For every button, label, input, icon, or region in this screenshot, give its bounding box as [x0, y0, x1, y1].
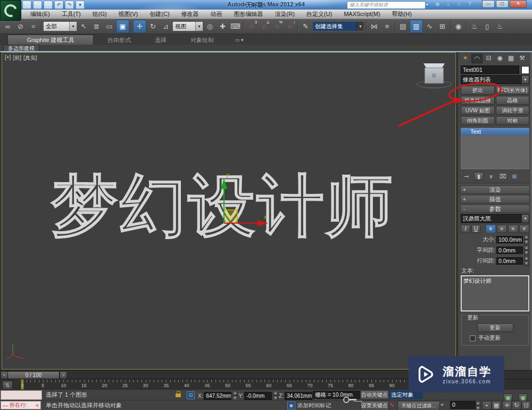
ref-coord-dropdown[interactable]: 视图▼ [172, 21, 203, 31]
bevel-profile-button[interactable]: 倒角剖面 [461, 116, 495, 125]
selection-lock-icon[interactable] [176, 393, 181, 397]
current-frame-field[interactable]: 0 [450, 401, 478, 409]
align-center-button[interactable]: ≡ [497, 225, 507, 233]
spline-select-button[interactable]: 样条线选择 [461, 96, 495, 105]
select-move-icon[interactable]: ✛ [133, 20, 146, 33]
maximize-viewport-icon[interactable]: ⊡ [521, 401, 531, 410]
snap-toggle-icon[interactable]: ∩3 [245, 20, 257, 32]
param-field-2[interactable]: 0.0mm [496, 257, 523, 265]
window-crossing-icon[interactable]: ▣ [116, 20, 129, 33]
menu-item-9[interactable]: 自定义(U) [301, 10, 338, 19]
lattice-button[interactable]: 晶格 [496, 96, 530, 105]
hierarchy-tab-icon[interactable]: ⊟ [484, 54, 494, 62]
font-dropdown[interactable]: 汉鼎简大黑 ▼ [461, 214, 529, 223]
create-tab-icon[interactable]: ✶ [460, 54, 470, 62]
communication-center-icon[interactable]: ♁ [445, 1, 452, 8]
set-keys-key-icon[interactable] [343, 397, 357, 402]
scene-outline-text[interactable]: 梦幻设计师 [51, 168, 394, 243]
align-icon[interactable]: ≡ [381, 20, 393, 32]
frame-spinner[interactable]: ▲▼ [476, 401, 480, 410]
coord-field-0[interactable]: 647.52mm [204, 392, 231, 400]
menu-item-4[interactable]: 创建(C) [144, 10, 175, 19]
select-object-icon[interactable]: ↖ [78, 20, 90, 32]
quick-access-overflow-icon[interactable]: ▾ [76, 1, 85, 9]
mini-curve-editor-button[interactable]: ⇅ [2, 381, 13, 390]
listener-scroll-arrow[interactable]: < [36, 403, 39, 408]
angle-snap-icon[interactable]: ∩∠ [258, 20, 270, 32]
auto-key-button[interactable]: 自动关键点 [360, 390, 389, 400]
viewport-menu-general[interactable]: [+] [5, 54, 11, 62]
new-key-curve-icon[interactable]: ∿ [389, 401, 394, 408]
show-end-result-icon[interactable]: ▮ [474, 172, 484, 181]
time-slider-handle[interactable]: 0 / 100 [7, 371, 60, 379]
viewcube[interactable]: 前 [420, 63, 450, 91]
named-selection-sets-icon[interactable]: ✎ [300, 20, 312, 32]
close-button[interactable]: ✕ [510, 0, 527, 8]
ribbon-tab-3[interactable]: 对象绘制 [177, 35, 228, 45]
next-frame-button[interactable]: > [60, 371, 67, 379]
search-binoculars-icon[interactable]: ⌖ [423, 1, 430, 8]
spinner-snap-icon[interactable]: ∩↕ [284, 20, 296, 32]
menu-item-6[interactable]: 动画 [205, 10, 228, 19]
minimize-button[interactable]: — [482, 0, 495, 8]
go-to-start-button[interactable]: « [440, 401, 444, 407]
new-file-icon[interactable] [22, 1, 31, 9]
viewcube-front-face[interactable]: 前 [425, 68, 444, 84]
param-spinner-2[interactable]: ▲▼ [524, 256, 529, 266]
open-file-icon[interactable] [33, 1, 42, 9]
selection-filter-dropdown[interactable]: 全部▼ [43, 21, 77, 31]
gizmo-xy-plane-handle[interactable] [224, 210, 237, 223]
add-time-tag[interactable]: 添加时间标记 [297, 400, 331, 410]
zoom-region-icon[interactable]: ▦ [492, 401, 501, 410]
viewport-menu-view[interactable]: [前] [13, 54, 21, 62]
material-editor-icon[interactable]: ◉ [452, 20, 464, 32]
wrench-icon[interactable]: ⚙ [434, 1, 441, 8]
remove-modifier-icon[interactable]: ⌧ [498, 173, 507, 180]
modifier-list-dropdown[interactable]: 修改器列表 ▼ [461, 75, 529, 84]
menu-item-7[interactable]: 图形编辑器 [228, 10, 269, 19]
mirror-icon[interactable]: ⋈ [368, 20, 380, 32]
pin-stack-icon[interactable]: ⊸ [462, 173, 471, 180]
render-production-icon[interactable]: ♨ [494, 20, 506, 32]
param-spinner-1[interactable]: ▲▼ [524, 245, 529, 255]
undo-icon[interactable]: ↶ [54, 1, 63, 9]
object-color-swatch[interactable] [521, 66, 529, 74]
turbosmooth-button[interactable]: 涡轮平滑 [496, 106, 530, 115]
ribbon-tab-0[interactable]: Graphite 建模工具 [7, 35, 94, 45]
coord-spinner-0[interactable]: ▲▼ [232, 391, 237, 400]
italic-button[interactable]: I [461, 225, 470, 233]
make-unique-icon[interactable]: ∨ [487, 173, 495, 180]
redo-icon[interactable]: ↷ [65, 1, 74, 9]
extrude-button[interactable]: 挤出 [461, 86, 495, 95]
menu-item-0[interactable]: 编辑(E) [24, 10, 56, 19]
maximize-button[interactable]: ▢ [496, 0, 509, 8]
rollout-interpolation[interactable]: +插值 [460, 195, 530, 203]
bind-to-space-warp-icon[interactable]: ≈ [27, 20, 39, 32]
render-setup-icon[interactable]: ♨ [468, 20, 480, 32]
ribbon-overflow-icon[interactable]: ▭ ▾ [235, 35, 244, 45]
absolute-mode-icon[interactable]: ⊡ [187, 391, 195, 399]
modify-tab-icon[interactable]: ◠ [471, 54, 483, 63]
param-spinner-0[interactable]: ▲▼ [524, 235, 529, 244]
stack-item-text[interactable]: Text [461, 128, 529, 135]
symmetry-button[interactable]: 对称 [496, 116, 530, 125]
align-justify-button[interactable]: ≡ [519, 225, 529, 233]
search-input[interactable]: 键入关键字或短语 [347, 1, 426, 9]
rectangular-selection-icon[interactable]: ▭ [103, 20, 115, 32]
schematic-view-icon[interactable]: ⊞ [436, 20, 448, 32]
keyboard-override-icon[interactable]: ⌨ [229, 20, 242, 32]
maxscript-mini-listener[interactable]: — 所在行: < [1, 401, 41, 409]
manual-update-checkbox[interactable] [470, 335, 476, 341]
layer-manager-icon[interactable]: ▤ [397, 20, 409, 32]
object-name-field[interactable]: Text001 [461, 65, 519, 74]
time-tag-icon[interactable]: ▣ [287, 401, 295, 409]
viewport-menu-shading[interactable]: [真实] [23, 54, 37, 62]
menu-item-2[interactable]: 组(G) [87, 10, 113, 19]
rollout-rendering[interactable]: +渲染 [460, 185, 530, 194]
favorites-star-icon[interactable]: ☆ [455, 1, 462, 8]
rendered-frame-icon[interactable]: ▯ [481, 20, 493, 32]
align-right-button[interactable]: ≡ [508, 225, 518, 233]
select-manipulate-icon[interactable]: ✚ [217, 20, 229, 32]
text-content-area[interactable]: 梦幻设计师 [461, 275, 529, 311]
app-logo-button[interactable] [0, 0, 21, 21]
